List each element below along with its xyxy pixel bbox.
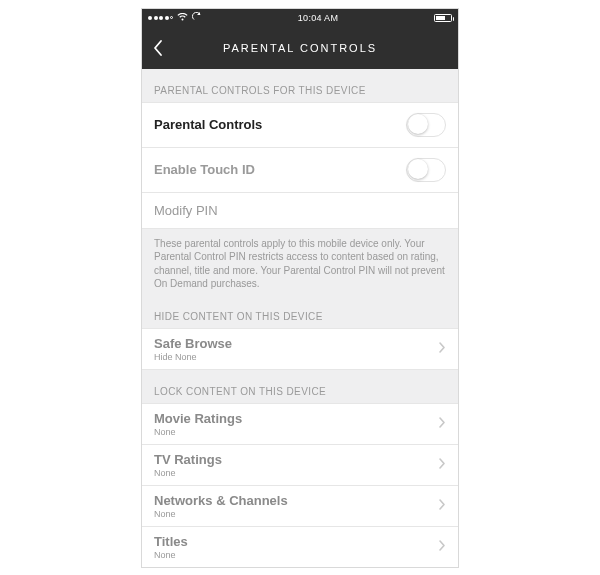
wifi-icon [177,13,188,23]
safe-browse-label: Safe Browse [154,336,232,351]
movie-ratings-row[interactable]: Movie Ratings None [142,403,458,445]
movie-ratings-value: None [154,427,242,437]
chevron-right-icon [438,538,446,556]
chevron-left-icon [152,38,164,58]
enable-touch-id-label: Enable Touch ID [154,162,255,177]
status-right [434,14,452,22]
enable-touch-id-row: Enable Touch ID [142,148,458,193]
tv-ratings-row[interactable]: TV Ratings None [142,445,458,486]
section-header-lock: LOCK CONTENT ON THIS DEVICE [142,370,458,403]
chevron-right-icon [438,415,446,433]
parental-controls-label: Parental Controls [154,117,262,132]
networks-channels-row[interactable]: Networks & Channels None [142,486,458,527]
page-title: PARENTAL CONTROLS [223,42,377,54]
section-header-hide: HIDE CONTENT ON THIS DEVICE [142,305,458,328]
back-button[interactable] [152,27,164,69]
modify-pin-label: Modify PIN [154,203,218,218]
titles-value: None [154,550,188,560]
tv-ratings-label: TV Ratings [154,452,222,467]
parental-controls-row: Parental Controls [142,102,458,148]
networks-channels-label: Networks & Channels [154,493,288,508]
chevron-right-icon [438,340,446,358]
modify-pin-row[interactable]: Modify PIN [142,193,458,229]
section-header-device: PARENTAL CONTROLS FOR THIS DEVICE [142,69,458,102]
parental-controls-toggle[interactable] [406,113,446,137]
safe-browse-value: Hide None [154,352,232,362]
battery-icon [434,14,452,22]
movie-ratings-label: Movie Ratings [154,411,242,426]
nav-bar: PARENTAL CONTROLS [142,27,458,69]
tv-ratings-value: None [154,468,222,478]
status-bar: 10:04 AM [142,9,458,27]
device-frame: 10:04 AM PARENTAL CONTROLS PARENTAL CONT… [141,8,459,568]
status-time: 10:04 AM [298,13,338,23]
chevron-right-icon [438,456,446,474]
status-left [148,12,202,24]
content-scroll[interactable]: PARENTAL CONTROLS FOR THIS DEVICE Parent… [142,69,458,567]
safe-browse-row[interactable]: Safe Browse Hide None [142,328,458,370]
titles-row[interactable]: Titles None [142,527,458,567]
info-text: These parental controls apply to this mo… [142,229,458,305]
titles-label: Titles [154,534,188,549]
networks-channels-value: None [154,509,288,519]
chevron-right-icon [438,497,446,515]
refresh-icon [192,12,202,24]
signal-dots-icon [148,16,173,20]
enable-touch-id-toggle[interactable] [406,158,446,182]
